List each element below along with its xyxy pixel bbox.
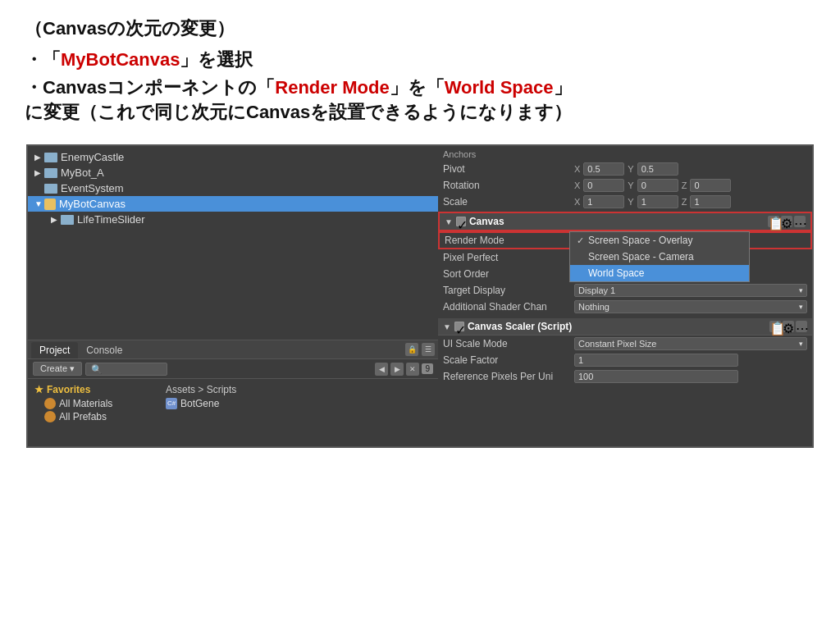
ref-pixels-value (574, 370, 807, 383)
item-label: EnemyCastle (61, 151, 124, 163)
pixel-perfect-label: Pixel Perfect (443, 252, 574, 263)
pivot-x-label: X (574, 164, 580, 174)
hierarchy-item-enemycastle[interactable]: ▶ EnemyCastle (28, 149, 438, 165)
rotation-x-input[interactable] (583, 179, 624, 192)
notification-badge: 9 (422, 363, 433, 374)
assets-column: Assets > Scripts C# BotGene (162, 382, 435, 423)
item-label: MyBot_A (61, 167, 104, 179)
line2-suffix: 」を選択 (180, 49, 253, 70)
scale-factor-input[interactable] (574, 354, 738, 367)
rotation-value: X Y Z (574, 179, 807, 192)
line3-highlight2: World Space (445, 77, 554, 98)
line4: に変更（これで同じ次元にCanvasを設置できるようになります） (25, 100, 815, 125)
arrow-icon: ▼ (34, 199, 44, 208)
anchors-label: Anchors (438, 148, 812, 161)
project-content: ★ Favorites All Materials All Prefabs (28, 379, 438, 427)
lock-icon[interactable]: 🔒 (405, 343, 418, 356)
pivot-y-input[interactable] (637, 162, 678, 176)
tab-console[interactable]: Console (78, 342, 130, 358)
additional-shader-value: Nothing ▾ (574, 300, 807, 313)
rotation-y-input[interactable] (637, 179, 678, 192)
arrow-icon: ▶ (34, 153, 44, 162)
rotation-z-input[interactable] (690, 179, 731, 192)
additional-shader-dropdown[interactable]: Nothing ▾ (574, 300, 807, 313)
pivot-x-input[interactable] (583, 162, 624, 176)
anchors-text: Anchors (443, 149, 476, 159)
ui-scale-mode-label: UI Scale Mode (443, 338, 574, 349)
scale-z-input[interactable] (690, 195, 731, 208)
hierarchy-item-mybot[interactable]: ▶ MyBot_A (28, 165, 438, 180)
target-display-value: Display 1 ▾ (574, 284, 807, 297)
target-display-dropdown[interactable]: Display 1 ▾ (574, 284, 807, 297)
rot-x-label: X (574, 180, 580, 190)
dropdown-arrow-icon: ▾ (799, 303, 803, 311)
fav-item-prefabs[interactable]: All Prefabs (31, 410, 162, 423)
menu-icon[interactable]: ☰ (422, 343, 435, 356)
dropdown-item-overlay[interactable]: ✓ Screen Space - Overlay (570, 232, 749, 249)
settings-icon-1[interactable]: 📋 (769, 321, 781, 332)
folder-icon (44, 184, 57, 194)
tool-icon-2[interactable]: ▶ (390, 363, 404, 376)
line1-text: （Canvasの次元の変更） (25, 18, 235, 39)
hierarchy-item-mybotcanvas[interactable]: ▼ MyBotCanvas (28, 196, 438, 212)
line1: （Canvasの次元の変更） (25, 16, 815, 41)
line3-prefix: ・Canvasコンポーネントの「 (25, 77, 275, 98)
settings-icon-1[interactable]: 📋 (768, 216, 779, 227)
check-icon: ✓ (577, 235, 588, 246)
scale-z-label: Z (682, 197, 687, 207)
fav-item-materials[interactable]: All Materials (31, 397, 162, 410)
folder-icon (44, 153, 57, 162)
hierarchy-item-lifetimeslider[interactable]: ▶ LifeTimeSlider (28, 212, 438, 227)
scale-y-input[interactable] (637, 195, 678, 208)
fav-icon (44, 411, 56, 422)
tab-project-label: Project (39, 345, 70, 356)
tool-icon-3[interactable]: ✕ (406, 363, 419, 376)
dropdown-item-camera[interactable]: ✓ Screen Space - Camera (570, 249, 749, 265)
target-display-text: Display 1 (578, 285, 615, 295)
dropdown-item-worldspace[interactable]: ✓ World Space (570, 265, 749, 281)
section-arrow-icon: ▼ (443, 322, 451, 331)
scale-x-label: X (574, 197, 580, 207)
scale-x-input[interactable] (583, 195, 624, 208)
rotation-label: Rotation (443, 180, 574, 191)
tool-icon-1[interactable]: ◀ (375, 363, 388, 376)
favorites-label: Favorites (47, 384, 90, 395)
bottom-project-panel: Project Console 🔒 ☰ Create ▾ (28, 340, 438, 446)
canvas-scaler-checkbox[interactable]: ✓ (454, 322, 464, 331)
target-display-row: Target Display Display 1 ▾ (438, 282, 812, 299)
arrow-icon: ▶ (51, 215, 61, 224)
dropdown-option-label: World Space (588, 267, 644, 279)
render-mode-dropdown[interactable]: ✓ Screen Space - Overlay ✓ Screen Space … (569, 231, 750, 282)
settings-icon-2[interactable]: ⚙ (783, 321, 794, 332)
ref-pixels-input[interactable] (574, 370, 738, 383)
favorites-header: ★ Favorites (31, 382, 162, 397)
fav-label: All Prefabs (59, 411, 107, 422)
render-mode-label: Render Mode (445, 235, 576, 246)
transform-section: Anchors Pivot X Y Rotation X (438, 146, 812, 212)
create-button[interactable]: Create ▾ (33, 362, 82, 376)
settings-icon-3[interactable]: ⋯ (794, 216, 806, 227)
text-section: （Canvasの次元の変更） ・「MyBotCanvas」を選択 ・Canvas… (25, 16, 815, 125)
canvas-section-header: ▼ ✓ Canvas 📋 ⚙ ⋯ (438, 212, 812, 231)
hierarchy-item-eventsystem[interactable]: ▶ EventSystem (28, 180, 438, 196)
arrow-icon: ▶ (34, 168, 44, 177)
ui-scale-dropdown[interactable]: Constant Pixel Size ▾ (574, 337, 807, 350)
tab-project[interactable]: Project (31, 342, 78, 358)
settings-icon-3[interactable]: ⋯ (796, 321, 807, 332)
pivot-row: Pivot X Y (438, 161, 812, 177)
item-label: LifeTimeSlider (77, 213, 145, 226)
asset-item-botgene[interactable]: C# BotGene (162, 397, 435, 410)
sort-order-label: Sort Order (443, 268, 574, 280)
scale-factor-label: Scale Factor (443, 354, 574, 366)
section-icons: 📋 ⚙ ⋯ (769, 321, 807, 332)
item-label: EventSystem (61, 182, 124, 194)
scale-label: Scale (443, 196, 574, 208)
ui-scale-mode-value: Constant Pixel Size ▾ (574, 337, 807, 350)
canvas-icon (44, 199, 56, 210)
page-container: （Canvasの次元の変更） ・「MyBotCanvas」を選択 ・Canvas… (0, 0, 840, 630)
scale-factor-value (574, 354, 807, 367)
canvas-checkbox[interactable]: ✓ (456, 217, 466, 226)
fav-icon (44, 398, 56, 409)
settings-icon-2[interactable]: ⚙ (781, 216, 792, 227)
search-input[interactable] (85, 363, 167, 376)
